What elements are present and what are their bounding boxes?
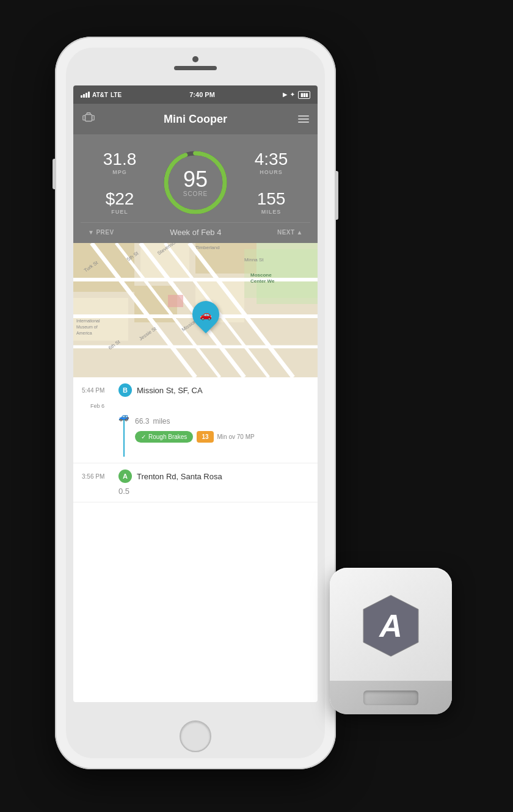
engine-icon[interactable] [82, 111, 95, 128]
speed-count: 13 [202, 433, 208, 440]
svg-text:America: America [76, 331, 92, 335]
status-bar: AT&T LTE 7:40 PM ▶ ✦ ▮▮▮ [73, 85, 318, 104]
status-time: 7:40 PM [189, 91, 215, 98]
trip-details-1: 66.3 miles ✓ Rough Brakes 13 [135, 411, 309, 443]
miles-label: MILES [235, 209, 308, 215]
app-header: Mini Cooper [73, 104, 318, 134]
location-icon: ▶ [283, 92, 287, 98]
app-title: Mini Cooper [164, 113, 227, 126]
score-inner: 95 Score [183, 169, 208, 197]
trip-dot-a: A [118, 469, 132, 483]
hours-value: 4:35 [235, 151, 308, 168]
trip-address-1: Mission St, SF, CA [137, 386, 203, 395]
svg-text:Museum of: Museum of [76, 325, 98, 329]
prev-label: PREV [96, 229, 114, 236]
week-nav: ▼ PREV Week of Feb 4 NEXT ▲ [81, 222, 310, 243]
trip-tags: ✓ Rough Brakes 13 Min ov 70 MP [135, 431, 309, 443]
power-button[interactable] [335, 171, 338, 220]
bluetooth-icon: ✦ [290, 92, 295, 98]
car-marker: 🚗 [192, 301, 219, 334]
obd-hexagon: A [357, 592, 424, 659]
svg-text:International: International [76, 319, 100, 323]
home-button[interactable] [180, 720, 211, 752]
check-icon: ✓ [141, 433, 146, 440]
rough-brakes-label: Rough Brakes [148, 433, 187, 440]
obd-connector-area [330, 681, 452, 714]
svg-rect-38 [168, 295, 183, 307]
score-label: Score [183, 190, 208, 197]
signal-icon [81, 92, 90, 98]
miles-cell: 155 MILES [232, 187, 310, 219]
network-label: LTE [111, 92, 122, 98]
miles-value: 155 [235, 190, 308, 208]
speaker [174, 66, 217, 70]
fuel-value: $22 [83, 190, 156, 208]
mpg-cell: 31.8 MPG [81, 147, 159, 179]
trip-list: 5:44 PM B Mission St, SF, CA Feb 6 🚙 [73, 377, 318, 502]
car-bubble: 🚗 [187, 295, 225, 333]
chevron-down-icon: ▼ [88, 229, 94, 236]
more-tag: Min ov 70 MP [217, 433, 255, 440]
screen: AT&T LTE 7:40 PM ▶ ✦ ▮▮▮ [73, 85, 318, 702]
trip-item-2[interactable]: 3:56 PM A Trenton Rd, Santa Rosa 0.5 [73, 463, 318, 502]
status-right: ▶ ✦ ▮▮▮ [283, 91, 310, 99]
next-label: NEXT [277, 229, 295, 236]
camera [192, 56, 198, 62]
trip-line: 🚙 [118, 411, 129, 457]
trip-header-2: 3:56 PM A Trenton Rd, Santa Rosa [82, 469, 309, 483]
score-circle: 95 Score [162, 149, 229, 216]
obd-device: A [330, 568, 464, 739]
trip-miles: 66.3 miles [135, 411, 309, 427]
speed-tag[interactable]: 13 [197, 431, 213, 443]
stats-area: 31.8 MPG 95 [73, 134, 318, 243]
trip-address-2: Trenton Rd, Santa Rosa [137, 472, 222, 481]
trip-date: Feb 6 [90, 401, 309, 411]
phone: AT&T LTE 7:40 PM ▶ ✦ ▮▮▮ [55, 37, 336, 769]
trip-time-1: 5:44 PM [82, 387, 114, 394]
fuel-cell: $22 FUEL [81, 187, 159, 219]
hours-cell: 4:35 HOURS [232, 147, 310, 179]
scene: AT&T LTE 7:40 PM ▶ ✦ ▮▮▮ [0, 0, 513, 812]
trip-connector [123, 420, 125, 457]
svg-text:Timberland: Timberland [195, 245, 220, 250]
score-value: 95 [183, 169, 208, 190]
svg-text:Center We: Center We [250, 278, 275, 284]
svg-rect-2 [92, 115, 95, 120]
week-label: Week of Feb 4 [170, 228, 221, 237]
map-area[interactable]: Turk St 5th St Stevenson St Minna St Tim… [73, 243, 318, 377]
next-button[interactable]: NEXT ▲ [277, 229, 303, 236]
carrier-label: AT&T [92, 92, 108, 98]
volume-button[interactable] [53, 159, 56, 189]
prev-button[interactable]: ▼ PREV [88, 229, 114, 236]
trip-time-2: 3:56 PM [82, 473, 114, 480]
svg-text:Moscone: Moscone [250, 272, 272, 278]
battery-icon: ▮▮▮ [298, 91, 310, 99]
trip-header-1: 5:44 PM B Mission St, SF, CA [82, 383, 309, 397]
obd-port [363, 691, 418, 705]
obd-letter: A [379, 607, 402, 644]
fuel-label: FUEL [83, 209, 156, 215]
trip-item-1[interactable]: 5:44 PM B Mission St, SF, CA Feb 6 🚙 [73, 377, 318, 463]
chevron-up-icon: ▲ [297, 229, 303, 236]
mpg-label: MPG [83, 169, 156, 175]
score-container: 95 Score [159, 143, 232, 222]
svg-text:Minna St: Minna St [244, 257, 264, 263]
miles-unit: miles [153, 417, 170, 426]
obd-body: A [330, 568, 452, 714]
status-left: AT&T LTE [81, 92, 122, 98]
mpg-value: 31.8 [83, 151, 156, 168]
trip-miles-2: 0.5 [82, 487, 309, 496]
rough-brakes-tag[interactable]: ✓ Rough Brakes [135, 431, 193, 443]
menu-icon[interactable] [298, 115, 309, 123]
trip-body-1: 🚙 66.3 miles ✓ Rough Brakes [82, 411, 309, 457]
hours-label: HOURS [235, 169, 308, 175]
trip-dot-b: B [118, 383, 132, 397]
svg-rect-1 [86, 114, 92, 121]
car-icon: 🚗 [200, 309, 212, 321]
stats-grid: 31.8 MPG 95 [81, 143, 310, 222]
